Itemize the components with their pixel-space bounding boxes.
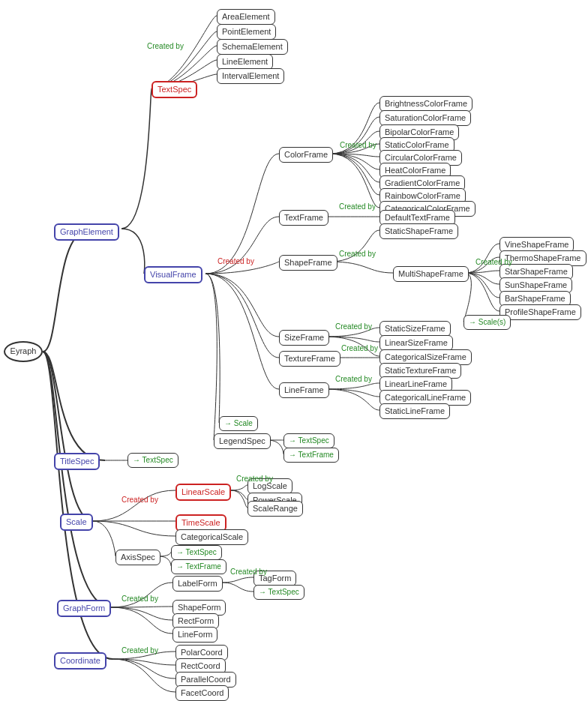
created-by-shape-label: Created by: [339, 250, 376, 258]
interval-element-node: IntervalElement: [217, 68, 284, 84]
area-element-node: AreaElement: [217, 9, 275, 25]
created-by-multi-label: Created by: [476, 258, 512, 266]
text-spec-ref-title-node: → TextSpec: [128, 453, 178, 468]
eyraph-node: Eyraph: [4, 341, 43, 362]
categorical-scale-node: CategoricalScale: [176, 529, 248, 545]
static-line-frame-node: StaticLineFrame: [380, 403, 450, 419]
linear-scale-node: LinearScale: [176, 484, 231, 501]
text-frame-ref1-node: → TextFrame: [284, 448, 339, 463]
title-spec-node: TitleSpec: [54, 453, 100, 470]
created-by-line-label: Created by: [335, 375, 372, 383]
text-spec-top-node: TextSpec: [152, 81, 197, 98]
point-element-node: PointElement: [217, 24, 276, 40]
shape-frame-node: ShapeFrame: [279, 255, 338, 271]
created-by-labelform-label: Created by: [230, 568, 267, 576]
scales-ref-node: → Scale(s): [464, 315, 511, 330]
graph-form-node: GraphForm: [57, 600, 111, 617]
size-frame-node: SizeFrame: [279, 330, 329, 346]
coordinate-node: Coordinate: [54, 652, 106, 670]
axis-spec-node: AxisSpec: [116, 550, 160, 565]
multi-shape-frame-node: MultiShapeFrame: [393, 266, 469, 282]
text-frame-ref-axis-node: → TextFrame: [171, 559, 226, 574]
created-by-text-label: Created by: [339, 202, 376, 211]
text-spec-ref1-node: → TextSpec: [284, 433, 334, 448]
eyraph-label: Eyraph: [10, 346, 37, 357]
created-by-color-label: Created by: [340, 141, 376, 149]
scale-range-node: ScaleRange: [248, 501, 303, 517]
created-by-scale-label: Created by: [122, 496, 158, 504]
created-by-coordinate-label: Created by: [122, 646, 158, 655]
label-form-node: LabelForm: [172, 576, 223, 592]
legend-spec-node: LegendSpec: [214, 433, 271, 449]
scale-node: Scale: [60, 514, 93, 531]
line-frame-node: LineFrame: [279, 382, 329, 398]
line-form-node: LineForm: [172, 627, 218, 643]
static-shape-frame-node: StaticShapeFrame: [380, 223, 458, 239]
profile-shape-frame-node: ProfileShapeFrame: [500, 304, 581, 320]
facet-coord-node: FacetCoord: [176, 685, 229, 701]
color-frame-node: ColorFrame: [279, 147, 333, 163]
visual-frame-node: VisualFrame: [144, 266, 202, 283]
mind-map-diagram: Eyraph GraphElement VisualFrame TitleSpe…: [0, 0, 588, 701]
created-by-size-label: Created by: [335, 322, 372, 331]
created-by-texture-label: Created by: [341, 344, 378, 352]
texture-frame-node: TextureFrame: [279, 351, 340, 367]
graph-element-node: GraphElement: [54, 223, 119, 241]
created-by-top-label: Created by: [147, 42, 184, 50]
text-spec-ref-label-node: → TextSpec: [254, 585, 304, 600]
created-by-graphform-label: Created by: [122, 595, 158, 603]
schema-element-node: SchemaElement: [217, 39, 288, 55]
created-by-linear-label: Created by: [236, 475, 273, 483]
created-by-visual-label: Created by: [218, 257, 254, 265]
scale-ref-node: → Scale: [219, 416, 258, 431]
text-frame-node: TextFrame: [279, 210, 328, 226]
text-spec-ref-axis-node: → TextSpec: [171, 545, 222, 560]
